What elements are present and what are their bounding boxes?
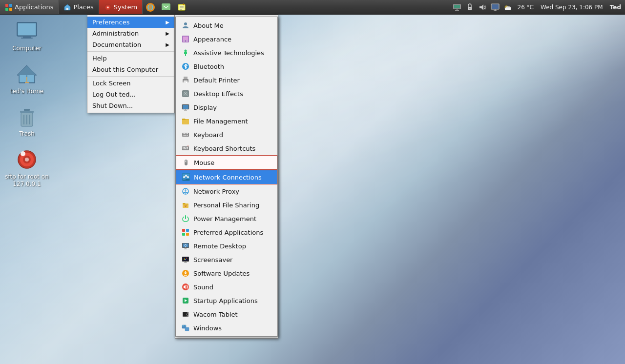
pref-software-updates[interactable]: Software Updates — [176, 266, 277, 280]
menu-item-lock-screen[interactable]: Lock Screen — [87, 78, 174, 89]
pref-startup-apps[interactable]: Startup Applications — [176, 294, 277, 307]
software-updates-icon — [181, 268, 190, 278]
pref-mouse[interactable]: Mouse — [176, 155, 277, 170]
preferences-items-menu: About Me Appearance — [175, 17, 278, 337]
network-connections-icon — [181, 172, 191, 182]
desktop-icon-computer[interactable]: Computer — [5, 20, 49, 53]
effects-icon — [181, 89, 190, 99]
svg-rect-73 — [183, 135, 184, 136]
tray-lock-icon[interactable] — [465, 2, 475, 12]
display-icon — [181, 102, 190, 112]
preferences-menu: About Me Appearance — [175, 15, 278, 339]
svg-rect-80 — [187, 147, 188, 148]
system-tray: 26 °C Wed Sep 23, 1:06 PM Ted — [452, 2, 625, 12]
desktop-icon-home[interactable]: ted's Home — [5, 62, 49, 96]
home-icon-label: ted's Home — [10, 88, 44, 96]
menu-container: Preferences ▶ Administration ▶ Documenta… — [87, 15, 175, 113]
svg-rect-86 — [185, 161, 186, 162]
svg-rect-3 — [9, 8, 12, 11]
menu-item-about-computer[interactable]: About this Computer — [87, 64, 174, 75]
tray-display-icon[interactable] — [490, 2, 500, 12]
firefox-button[interactable] — [143, 0, 158, 14]
menu-item-shut-down[interactable]: Shut Down... — [87, 100, 174, 111]
keyboard-icon — [181, 130, 190, 140]
svg-rect-24 — [492, 4, 499, 9]
trash-icon — [15, 105, 39, 128]
pref-wacom[interactable]: Wacom Tablet — [176, 307, 277, 321]
svg-rect-74 — [184, 135, 187, 136]
system-menu: Preferences ▶ Administration ▶ Documenta… — [87, 15, 175, 113]
computer-icon-label: Computer — [12, 45, 42, 53]
menu-item-documentation[interactable]: Documentation ▶ — [87, 39, 174, 50]
svg-rect-52 — [183, 40, 185, 41]
svg-rect-64 — [183, 105, 188, 109]
pref-network-proxy[interactable]: Network Proxy — [176, 184, 277, 198]
pref-keyboard-shortcuts[interactable]: Keyboard Shortcuts — [176, 142, 277, 155]
pref-power[interactable]: Power Management — [176, 212, 277, 225]
svg-rect-127 — [182, 325, 184, 326]
svg-point-111 — [185, 259, 186, 260]
keyboard-shortcuts-icon — [181, 143, 190, 153]
svg-rect-58 — [184, 81, 188, 83]
svg-rect-104 — [183, 243, 188, 247]
places-button[interactable]: Places — [59, 0, 99, 14]
svg-point-47 — [25, 158, 29, 162]
svg-rect-33 — [21, 38, 33, 39]
menu-item-administration[interactable]: Administration ▶ — [87, 28, 174, 39]
pref-appearance[interactable]: Appearance — [176, 32, 277, 46]
pref-file-sharing[interactable]: Personal File Sharing — [176, 198, 277, 212]
svg-point-123 — [187, 315, 188, 317]
tray-weather-icon[interactable] — [503, 2, 513, 12]
pref-sound[interactable]: Sound — [176, 280, 277, 294]
svg-rect-60 — [184, 82, 186, 82]
pref-keyboard[interactable]: Keyboard — [176, 128, 277, 142]
svg-rect-77 — [183, 147, 184, 148]
svg-point-110 — [186, 258, 187, 259]
svg-point-21 — [469, 8, 470, 9]
svg-rect-71 — [186, 133, 187, 134]
pref-display[interactable]: Display — [176, 101, 277, 114]
pref-printer[interactable]: Default Printer — [176, 73, 277, 87]
svg-rect-2 — [5, 8, 8, 11]
pref-network-connections[interactable]: Network Connections — [176, 170, 277, 184]
tray-datetime: Wed Sep 23, 1:06 PM — [539, 4, 605, 11]
svg-point-48 — [21, 151, 25, 156]
trash-icon-label: Trash — [19, 130, 35, 138]
desktop-icon-trash[interactable]: Trash — [5, 105, 49, 138]
taskbar-icon2[interactable] — [158, 0, 174, 14]
pref-remote-desktop[interactable]: Remote Desktop — [176, 239, 277, 253]
svg-rect-39 — [20, 111, 34, 113]
printer-icon — [181, 75, 190, 85]
pref-assistive[interactable]: Assistive Technologies — [176, 46, 277, 60]
arrow-icon: ▶ — [161, 42, 169, 47]
menu-item-log-out[interactable]: Log Out ted... — [87, 89, 174, 100]
sound-icon — [181, 282, 190, 292]
pref-bluetooth[interactable]: Bluetooth — [176, 60, 277, 73]
menu-item-preferences[interactable]: Preferences ▶ — [87, 17, 174, 28]
tray-volume-icon[interactable] — [478, 2, 487, 12]
applications-button[interactable]: Applications — [0, 0, 59, 14]
pref-preferred-apps[interactable]: Preferred Applications — [176, 225, 277, 239]
svg-rect-29 — [504, 7, 511, 10]
desktop-icon-sftp[interactable]: sftp for root on 127.0.0.1 — [5, 148, 49, 188]
about-me-icon — [181, 20, 190, 30]
remote-desktop-icon — [181, 241, 190, 251]
desktop-icons: Computer ted's Home Trash — [5, 20, 49, 188]
windows-icon — [181, 323, 190, 333]
system-button[interactable]: System — [99, 0, 143, 14]
pref-about-me[interactable]: About Me — [176, 19, 277, 32]
svg-point-7 — [107, 6, 108, 8]
svg-rect-11 — [163, 4, 169, 9]
pref-screensaver[interactable]: Screensaver — [176, 253, 277, 266]
svg-rect-83 — [187, 148, 188, 149]
svg-rect-69 — [183, 133, 184, 134]
sftp-icon-label: sftp for root on 127.0.0.1 — [5, 173, 49, 188]
menu-item-help[interactable]: Help — [87, 53, 174, 64]
tray-network-icon[interactable] — [452, 2, 462, 12]
svg-rect-59 — [184, 81, 187, 81]
pref-filemanager[interactable]: File Management — [176, 114, 277, 128]
pref-effects[interactable]: Desktop Effects — [176, 87, 277, 101]
svg-rect-95 — [183, 180, 186, 180]
pref-windows[interactable]: Windows — [176, 321, 277, 335]
taskbar-icon3[interactable] — [174, 0, 189, 14]
